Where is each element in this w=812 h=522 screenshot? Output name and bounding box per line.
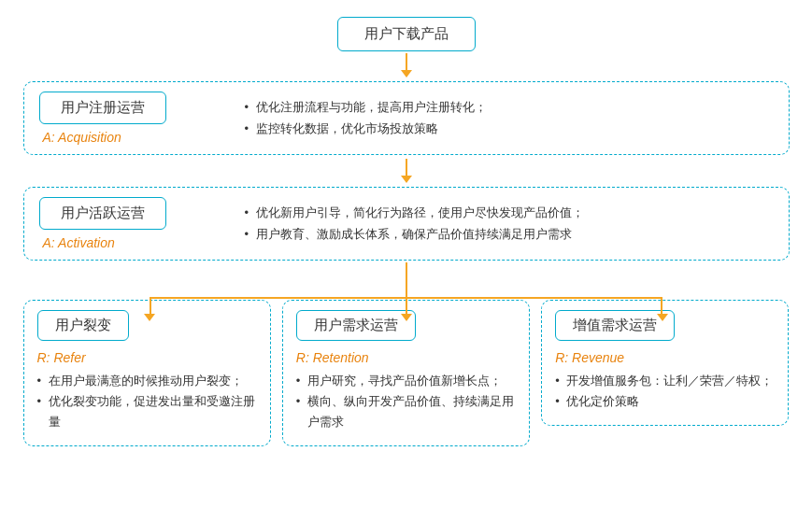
- revenue-desc: 开发增值服务包：让利／荣营／特权； 优化定价策略: [555, 371, 773, 412]
- activation-section: 用户活跃运营 A: Activation 优化新用户引导，简化行为路径，使用户尽…: [23, 187, 790, 261]
- activation-box-label: 用户活跃运营: [61, 205, 145, 220]
- retention-box-label: 用户需求运营: [314, 317, 398, 332]
- vert-right: [661, 297, 662, 316]
- acquisition-left: 用户注册运营 A: Acquisition: [39, 92, 226, 145]
- arrow-head-2: [401, 176, 412, 183]
- retention-box: 用户需求运营: [296, 310, 416, 341]
- acquisition-desc-item-2: 监控转化数据，优化市场投放策略: [245, 119, 774, 139]
- acquisition-tag: A: Acquisition: [43, 130, 121, 145]
- arrow-line-2: [406, 159, 407, 176]
- activation-box: 用户活跃运营: [39, 197, 166, 230]
- retention-tag: R: Retention: [296, 350, 369, 365]
- refer-desc-1: 在用户最满意的时候推动用户裂变；: [37, 371, 257, 391]
- diagram: 用户下载产品 用户注册运营 A: Acquisition 优化注册流程与功能，提…: [0, 0, 812, 463]
- activation-tag: A: Activation: [43, 235, 115, 250]
- refer-box: 用户裂变: [37, 310, 129, 341]
- activation-desc-item-2: 用户教育、激励成长体系，确保产品价值持续满足用户需求: [245, 224, 774, 245]
- bottom-section: 用户裂变 R: Refer 在用户最满意的时候推动用户裂变； 优化裂变功能，促进…: [23, 300, 790, 446]
- activation-desc: 优化新用户引导，简化行为路径，使用户尽快发现产品价值； 用户教育、激励成长体系，…: [226, 203, 774, 244]
- refer-tag: R: Refer: [37, 350, 86, 365]
- refer-desc: 在用户最满意的时候推动用户裂变； 优化裂变功能，促进发出量和受邀注册量: [37, 371, 257, 432]
- acquisition-box-label: 用户注册运营: [61, 99, 145, 115]
- top-node-label: 用户下载产品: [364, 25, 449, 41]
- arrow-2: [401, 159, 412, 183]
- acquisition-desc: 优化注册流程与功能，提高用户注册转化； 监控转化数据，优化市场投放策略: [226, 97, 774, 138]
- acquisition-section: 用户注册运营 A: Acquisition 优化注册流程与功能，提高用户注册转化…: [23, 81, 790, 155]
- retention-col: 用户需求运营 R: Retention 用户研究，寻找产品价值新增长点； 横向、…: [282, 300, 530, 446]
- arr-left: [144, 314, 155, 321]
- vert-left: [150, 297, 151, 316]
- acquisition-desc-item-1: 优化注册流程与功能，提高用户注册转化；: [245, 97, 774, 118]
- revenue-box-label: 增值需求运营: [573, 317, 657, 332]
- refer-col: 用户裂变 R: Refer 在用户最满意的时候推动用户裂变； 优化裂变功能，促进…: [23, 300, 271, 446]
- activation-desc-item-1: 优化新用户引导，简化行为路径，使用户尽快发现产品价值；: [245, 203, 774, 223]
- retention-desc: 用户研究，寻找产品价值新增长点； 横向、纵向开发产品价值、持续满足用户需求: [296, 371, 516, 432]
- arrow-line-1: [406, 53, 407, 70]
- retention-desc-2: 横向、纵向开发产品价值、持续满足用户需求: [296, 391, 516, 432]
- revenue-desc-2: 优化定价策略: [555, 391, 773, 412]
- vert-main: [406, 262, 407, 298]
- revenue-desc-1: 开发增值服务包：让利／荣营／特权；: [555, 371, 773, 391]
- retention-desc-1: 用户研究，寻找产品价值新增长点；: [296, 371, 516, 391]
- activation-left: 用户活跃运营 A: Activation: [39, 197, 226, 250]
- acquisition-box: 用户注册运营: [39, 92, 166, 124]
- arrow-1: [401, 53, 412, 78]
- arrow-head-1: [401, 70, 412, 78]
- refer-desc-2: 优化裂变功能，促进发出量和受邀注册量: [37, 391, 257, 432]
- top-node: 用户下载产品: [337, 17, 476, 51]
- connector-lines: [23, 262, 790, 298]
- revenue-tag: R: Revenue: [555, 350, 624, 365]
- arr-right: [657, 314, 668, 321]
- arr-center2: [401, 314, 412, 321]
- refer-box-label: 用户裂变: [55, 317, 111, 332]
- vert-center2: [406, 297, 407, 316]
